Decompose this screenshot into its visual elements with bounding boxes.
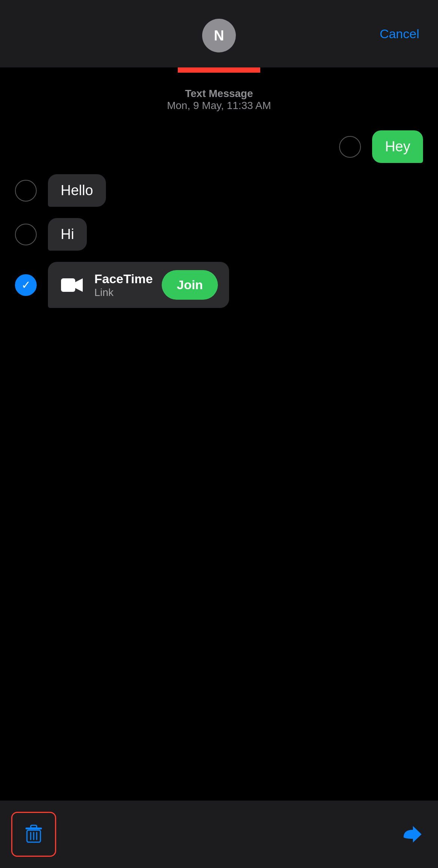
svg-marker-1 <box>75 278 83 292</box>
cancel-button[interactable]: Cancel <box>380 27 419 41</box>
message-bubble-hi: Hi <box>48 218 87 251</box>
select-circle-msg2[interactable] <box>15 180 37 202</box>
table-row: Hey <box>15 130 423 163</box>
facetime-video-icon <box>59 272 85 298</box>
select-circle-msg3[interactable] <box>15 224 37 245</box>
table-row: Hi <box>15 218 423 251</box>
messages-container: Hey Hello Hi ✓ FaceTime L <box>0 123 438 315</box>
header: N Cancel <box>0 0 438 67</box>
svg-rect-3 <box>31 825 37 828</box>
timestamp-area: Text Message Mon, 9 May, 11:33 AM <box>0 73 438 123</box>
message-bubble-sent: Hey <box>372 130 423 163</box>
table-row: Hello <box>15 174 423 207</box>
table-row: ✓ FaceTime Link Join <box>15 262 423 308</box>
facetime-message-bubble: FaceTime Link Join <box>48 262 229 308</box>
facetime-text-area: FaceTime Link <box>94 271 153 299</box>
message-bubble-received: Hello <box>48 174 106 207</box>
facetime-title: FaceTime <box>94 271 153 287</box>
service-label: Text Message <box>0 88 438 100</box>
facetime-subtitle: Link <box>94 287 153 299</box>
avatar: N <box>202 19 236 52</box>
bottom-toolbar <box>0 801 438 868</box>
select-circle-msg1[interactable] <box>339 136 361 158</box>
delete-button[interactable] <box>11 812 56 857</box>
svg-rect-0 <box>61 278 75 292</box>
timestamp-date: Mon, 9 May, 11:33 AM <box>0 100 438 112</box>
share-button[interactable] <box>397 819 427 849</box>
checkmark-icon: ✓ <box>21 279 31 291</box>
trash-icon <box>22 823 45 846</box>
share-icon <box>400 822 424 847</box>
recording-indicator <box>178 67 260 73</box>
facetime-join-button[interactable]: Join <box>162 270 218 300</box>
select-circle-facetime[interactable]: ✓ <box>15 274 37 296</box>
